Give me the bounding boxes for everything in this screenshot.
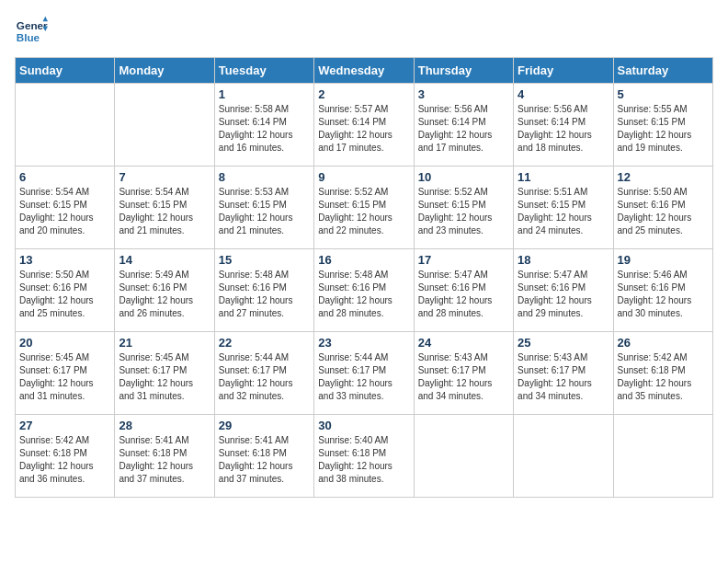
day-cell: 6Sunrise: 5:54 AM Sunset: 6:15 PM Daylig… (16, 167, 115, 249)
day-cell: 20Sunrise: 5:45 AM Sunset: 6:17 PM Dayli… (16, 332, 115, 415)
day-number: 29 (219, 419, 310, 432)
day-cell: 30Sunrise: 5:40 AM Sunset: 6:18 PM Dayli… (314, 415, 414, 498)
day-cell: 17Sunrise: 5:47 AM Sunset: 6:16 PM Dayli… (414, 249, 513, 332)
day-info: Sunrise: 5:52 AM Sunset: 6:15 PM Dayligh… (418, 186, 509, 237)
week-row-1: 1Sunrise: 5:58 AM Sunset: 6:14 PM Daylig… (16, 84, 713, 167)
day-info: Sunrise: 5:56 AM Sunset: 6:14 PM Dayligh… (418, 103, 509, 155)
day-number: 19 (618, 253, 709, 267)
day-cell: 16Sunrise: 5:48 AM Sunset: 6:16 PM Dayli… (314, 249, 414, 332)
weekday-header-thursday: Thursday (414, 58, 513, 84)
day-info: Sunrise: 5:52 AM Sunset: 6:15 PM Dayligh… (318, 186, 409, 237)
day-cell (613, 415, 712, 498)
day-info: Sunrise: 5:45 AM Sunset: 6:17 PM Dayligh… (119, 351, 210, 403)
week-row-4: 20Sunrise: 5:45 AM Sunset: 6:17 PM Dayli… (16, 332, 713, 415)
day-number: 11 (518, 170, 609, 184)
day-cell: 13Sunrise: 5:50 AM Sunset: 6:16 PM Dayli… (16, 249, 115, 332)
day-number: 5 (618, 87, 709, 101)
day-info: Sunrise: 5:50 AM Sunset: 6:16 PM Dayligh… (618, 186, 709, 237)
day-info: Sunrise: 5:56 AM Sunset: 6:14 PM Dayligh… (518, 103, 609, 155)
day-info: Sunrise: 5:44 AM Sunset: 6:17 PM Dayligh… (219, 351, 310, 403)
day-number: 12 (618, 170, 709, 184)
day-info: Sunrise: 5:57 AM Sunset: 6:14 PM Dayligh… (318, 103, 409, 155)
day-info: Sunrise: 5:58 AM Sunset: 6:14 PM Dayligh… (219, 103, 310, 155)
day-info: Sunrise: 5:47 AM Sunset: 6:16 PM Dayligh… (418, 269, 509, 320)
day-number: 3 (418, 87, 509, 101)
day-info: Sunrise: 5:51 AM Sunset: 6:15 PM Dayligh… (518, 186, 609, 237)
day-number: 22 (219, 336, 310, 350)
day-cell: 23Sunrise: 5:44 AM Sunset: 6:17 PM Dayli… (314, 332, 414, 415)
weekday-header-tuesday: Tuesday (214, 58, 313, 84)
day-info: Sunrise: 5:40 AM Sunset: 6:18 PM Dayligh… (318, 434, 409, 486)
day-number: 10 (418, 170, 509, 184)
day-number: 14 (119, 253, 210, 267)
day-info: Sunrise: 5:48 AM Sunset: 6:16 PM Dayligh… (318, 269, 409, 320)
day-cell: 29Sunrise: 5:41 AM Sunset: 6:18 PM Dayli… (214, 415, 313, 498)
day-cell: 3Sunrise: 5:56 AM Sunset: 6:14 PM Daylig… (414, 84, 513, 167)
day-number: 6 (19, 170, 110, 184)
day-info: Sunrise: 5:41 AM Sunset: 6:18 PM Dayligh… (119, 434, 210, 486)
day-cell: 10Sunrise: 5:52 AM Sunset: 6:15 PM Dayli… (414, 167, 513, 249)
weekday-header-monday: Monday (115, 58, 214, 84)
day-cell: 18Sunrise: 5:47 AM Sunset: 6:16 PM Dayli… (514, 249, 613, 332)
day-info: Sunrise: 5:41 AM Sunset: 6:18 PM Dayligh… (219, 434, 310, 486)
day-number: 8 (219, 170, 310, 184)
day-cell: 14Sunrise: 5:49 AM Sunset: 6:16 PM Dayli… (115, 249, 214, 332)
week-row-5: 27Sunrise: 5:42 AM Sunset: 6:18 PM Dayli… (16, 415, 713, 498)
day-number: 30 (318, 419, 409, 432)
day-number: 21 (119, 336, 210, 350)
weekday-header-saturday: Saturday (613, 58, 712, 84)
day-cell: 7Sunrise: 5:54 AM Sunset: 6:15 PM Daylig… (115, 167, 214, 249)
day-info: Sunrise: 5:45 AM Sunset: 6:17 PM Dayligh… (19, 351, 110, 403)
day-cell: 4Sunrise: 5:56 AM Sunset: 6:14 PM Daylig… (514, 84, 613, 167)
day-number: 23 (318, 336, 409, 350)
day-cell: 8Sunrise: 5:53 AM Sunset: 6:15 PM Daylig… (214, 167, 313, 249)
day-cell (414, 415, 513, 498)
day-cell: 19Sunrise: 5:46 AM Sunset: 6:16 PM Dayli… (613, 249, 712, 332)
day-number: 1 (219, 87, 310, 101)
day-info: Sunrise: 5:48 AM Sunset: 6:16 PM Dayligh… (219, 269, 310, 320)
logo: General Blue (15, 15, 51, 48)
day-cell: 25Sunrise: 5:43 AM Sunset: 6:17 PM Dayli… (514, 332, 613, 415)
day-number: 26 (618, 336, 709, 350)
weekday-header-wednesday: Wednesday (314, 58, 414, 84)
day-info: Sunrise: 5:42 AM Sunset: 6:18 PM Dayligh… (618, 351, 709, 403)
day-info: Sunrise: 5:47 AM Sunset: 6:16 PM Dayligh… (518, 269, 609, 320)
day-number: 13 (19, 253, 110, 267)
day-number: 20 (19, 336, 110, 350)
header: General Blue (15, 15, 713, 48)
day-info: Sunrise: 5:42 AM Sunset: 6:18 PM Dayligh… (19, 434, 110, 486)
day-number: 4 (518, 87, 609, 101)
day-info: Sunrise: 5:43 AM Sunset: 6:17 PM Dayligh… (418, 351, 509, 403)
day-cell: 21Sunrise: 5:45 AM Sunset: 6:17 PM Dayli… (115, 332, 214, 415)
day-cell: 1Sunrise: 5:58 AM Sunset: 6:14 PM Daylig… (214, 84, 313, 167)
weekday-header-row: SundayMondayTuesdayWednesdayThursdayFrid… (16, 58, 713, 84)
svg-text:Blue: Blue (17, 31, 40, 43)
day-number: 24 (418, 336, 509, 350)
day-number: 7 (119, 170, 210, 184)
day-info: Sunrise: 5:46 AM Sunset: 6:16 PM Dayligh… (618, 269, 709, 320)
day-cell: 24Sunrise: 5:43 AM Sunset: 6:17 PM Dayli… (414, 332, 513, 415)
day-cell (115, 84, 214, 167)
day-number: 18 (518, 253, 609, 267)
day-number: 28 (119, 419, 210, 432)
day-info: Sunrise: 5:43 AM Sunset: 6:17 PM Dayligh… (518, 351, 609, 403)
day-info: Sunrise: 5:50 AM Sunset: 6:16 PM Dayligh… (19, 269, 110, 320)
day-cell: 22Sunrise: 5:44 AM Sunset: 6:17 PM Dayli… (214, 332, 313, 415)
day-info: Sunrise: 5:49 AM Sunset: 6:16 PM Dayligh… (119, 269, 210, 320)
day-cell (16, 84, 115, 167)
day-cell: 12Sunrise: 5:50 AM Sunset: 6:16 PM Dayli… (613, 167, 712, 249)
day-cell (514, 415, 613, 498)
day-cell: 11Sunrise: 5:51 AM Sunset: 6:15 PM Dayli… (514, 167, 613, 249)
day-info: Sunrise: 5:44 AM Sunset: 6:17 PM Dayligh… (318, 351, 409, 403)
day-cell: 27Sunrise: 5:42 AM Sunset: 6:18 PM Dayli… (16, 415, 115, 498)
day-number: 9 (318, 170, 409, 184)
day-cell: 2Sunrise: 5:57 AM Sunset: 6:14 PM Daylig… (314, 84, 414, 167)
week-row-3: 13Sunrise: 5:50 AM Sunset: 6:16 PM Dayli… (16, 249, 713, 332)
day-info: Sunrise: 5:54 AM Sunset: 6:15 PM Dayligh… (19, 186, 110, 237)
day-number: 15 (219, 253, 310, 267)
day-cell: 5Sunrise: 5:55 AM Sunset: 6:15 PM Daylig… (613, 84, 712, 167)
logo-icon: General Blue (15, 15, 48, 48)
day-number: 2 (318, 87, 409, 101)
day-number: 16 (318, 253, 409, 267)
day-cell: 28Sunrise: 5:41 AM Sunset: 6:18 PM Dayli… (115, 415, 214, 498)
